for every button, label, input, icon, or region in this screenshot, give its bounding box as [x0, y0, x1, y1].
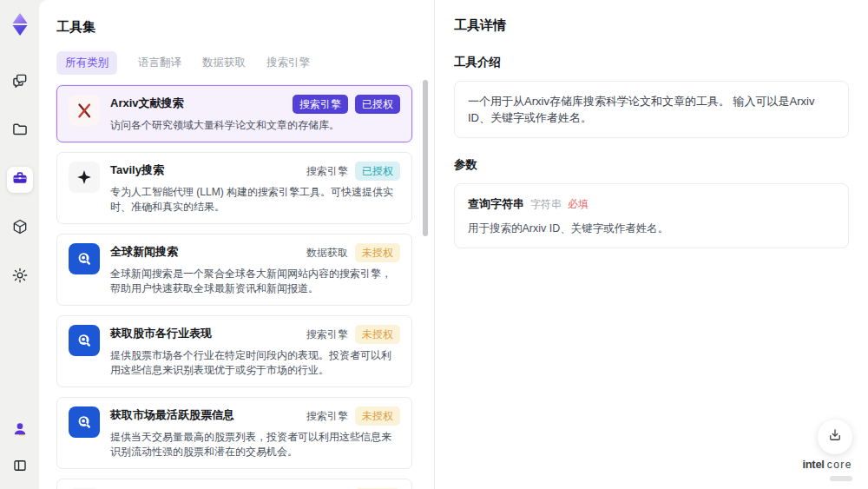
tool-card[interactable]: 全球新闻搜索数据获取未授权全球新闻搜索是一个聚合全球各大新闻网站内容的搜索引擎，… [56, 234, 412, 306]
category-tab[interactable]: 语言翻译 [138, 51, 181, 75]
tool-name: 获取股市各行业表现 [110, 325, 212, 340]
tool-card[interactable]: Tavily搜索搜索引擎已授权专为人工智能代理 (LLM) 构建的搜索引擎工具。… [56, 152, 412, 224]
toolbox-icon [11, 169, 29, 190]
param-head: 查询字符串 字符串 必填 [468, 195, 835, 213]
intel-sub-badge [830, 476, 852, 481]
user-icon [11, 420, 29, 441]
intel-core-logo: intelcore [802, 458, 852, 482]
intro-text: 一个用于从Arxiv存储库搜索科学论文和文章的工具。 输入可以是Arxiv ID… [468, 95, 814, 124]
sidebar-item-account[interactable] [7, 418, 33, 444]
tool-list-panel: 工具集 所有类别语言翻译数据获取搜索引擎 Arxiv文献搜索搜索引擎已授权访问各… [39, 0, 434, 489]
auth-status-badge: 未授权 [355, 325, 400, 344]
category-badge: 搜索引擎 [306, 325, 348, 344]
param-required-badge: 必填 [568, 196, 589, 213]
sidebar-item-plugins[interactable] [7, 215, 33, 241]
download-icon [827, 427, 843, 446]
category-badge: 搜索引擎 [306, 162, 348, 181]
page-title: 工具集 [56, 19, 415, 36]
settings-icon [11, 267, 29, 287]
sidebar-item-settings[interactable] [7, 264, 33, 290]
main-area: 工具集 所有类别语言翻译数据获取搜索引擎 Arxiv文献搜索搜索引擎已授权访问各… [39, 0, 868, 489]
star-icon [69, 162, 100, 193]
tool-card[interactable]: 获取市场最活跃股票信息搜索引擎未授权提供当天交易量最高的股票列表，投资者可以利用… [56, 397, 412, 469]
tool-description: 提供当天交易量最高的股票列表，投资者可以利用这些信息来识别流动性强的股票和潜在的… [110, 430, 400, 459]
detail-title: 工具详情 [454, 17, 849, 34]
app-window: 工具集 所有类别语言翻译数据获取搜索引擎 Arxiv文献搜索搜索引擎已授权访问各… [0, 0, 868, 489]
search-blue-icon [69, 406, 100, 438]
sidebar-item-chat[interactable] [7, 69, 33, 96]
category-tab[interactable]: 数据获取 [202, 51, 246, 75]
tool-card[interactable]: Arxiv文献搜索搜索引擎已授权访问各个研究领域大量科学论文和文章的存储库。 [56, 85, 412, 142]
auth-status-badge: 未授权 [355, 243, 400, 262]
param-name: 查询字符串 [468, 195, 524, 212]
auth-status-badge: 已授权 [355, 162, 400, 181]
category-tab[interactable]: 搜索引擎 [266, 51, 310, 75]
tool-badges: 搜索引擎未授权 [306, 406, 400, 426]
tool-badges: 搜索引擎已授权 [306, 162, 400, 181]
arxiv-icon [69, 95, 100, 126]
tool-name: Tavily搜索 [110, 162, 164, 177]
sidebar-item-files[interactable] [7, 118, 33, 144]
tool-description: 专为人工智能代理 (LLM) 构建的搜索引擎工具。可快速提供实时、准确和真实的结… [110, 185, 400, 215]
param-type: 字符串 [530, 196, 562, 213]
folder-icon [11, 121, 29, 142]
tool-description: 访问各个研究领域大量科学论文和文章的存储库。 [110, 118, 400, 133]
category-tabs: 所有类别语言翻译数据获取搜索引擎 [56, 51, 415, 75]
tool-description: 提供股票市场各个行业在特定时间段内的表现。投资者可以利用这些信息来识别表现优于或… [110, 348, 400, 378]
download-button[interactable] [818, 420, 852, 454]
params-heading: 参数 [454, 157, 849, 173]
tool-badges: 搜索引擎已授权 [293, 95, 400, 114]
cube-icon [11, 218, 29, 239]
tool-description: 全球新闻搜索是一个聚合全球各大新闻网站内容的搜索引擎，帮助用户快速获取全球最新资… [110, 267, 400, 296]
panel-toggle-icon [12, 458, 28, 477]
search-blue-icon [69, 243, 100, 274]
param-desc: 用于搜索的Arxiv ID、关键字或作者姓名。 [468, 221, 835, 236]
intel-brand-text: intel [802, 458, 824, 471]
core-brand-text: core [827, 459, 852, 471]
tool-badges: 数据获取未授权 [306, 243, 400, 262]
intro-box: 一个用于从Arxiv存储库搜索科学论文和文章的工具。 输入可以是Arxiv ID… [454, 81, 849, 138]
category-badge: 搜索引擎 [306, 406, 348, 426]
tool-card[interactable]: 获取股市各行业表现搜索引擎未授权提供股票市场各个行业在特定时间段内的表现。投资者… [56, 315, 412, 387]
list-scrollbar-thumb[interactable] [423, 80, 428, 236]
tool-badges: 搜索引擎未授权 [306, 325, 400, 344]
category-badge: 搜索引擎 [293, 95, 348, 114]
tool-detail-panel: 工具详情 工具介绍 一个用于从Arxiv存储库搜索科学论文和文章的工具。 输入可… [434, 0, 868, 489]
category-tab[interactable]: 所有类别 [56, 51, 117, 75]
search-blue-icon [69, 325, 100, 356]
sidebar-item-collapse[interactable] [7, 454, 33, 480]
sidebar-nav [7, 69, 33, 290]
tool-name: 全球新闻搜索 [110, 243, 178, 259]
auth-status-badge: 未授权 [355, 406, 400, 426]
tool-card[interactable]: 万维地区新闻查询搜索引擎未授权查询具体行政区划内的新闻，快速了解各地新闻动态 [56, 479, 412, 489]
list-scrollbar-track [423, 76, 428, 489]
tool-name: Arxiv文献搜索 [110, 95, 184, 110]
category-badge: 数据获取 [306, 243, 348, 262]
app-logo-icon [6, 10, 34, 38]
tool-name: 获取市场最活跃股票信息 [110, 406, 234, 422]
param-box: 查询字符串 字符串 必填 用于搜索的Arxiv ID、关键字或作者姓名。 [454, 183, 849, 248]
sidebar [0, 0, 39, 489]
intro-heading: 工具介绍 [454, 55, 849, 70]
tool-list: Arxiv文献搜索搜索引擎已授权访问各个研究领域大量科学论文和文章的存储库。Ta… [56, 85, 415, 489]
chat-icon [11, 72, 29, 93]
sidebar-bottom [7, 418, 33, 480]
sidebar-item-tools[interactable] [7, 167, 33, 193]
auth-status-badge: 已授权 [355, 95, 400, 114]
